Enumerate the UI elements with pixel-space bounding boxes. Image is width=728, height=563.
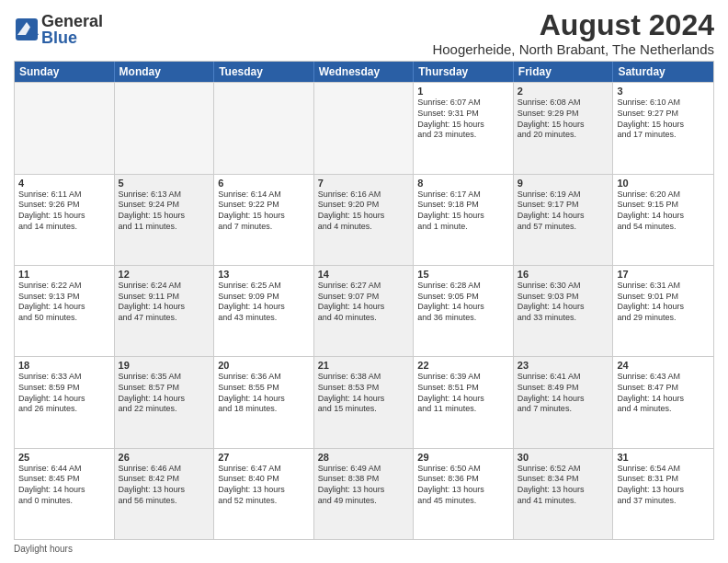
footer-note: Daylight hours	[14, 544, 714, 554]
weekday-header-saturday: Saturday	[613, 62, 713, 82]
day-info: Sunrise: 6:36 AM Sunset: 8:55 PM Dayligh…	[218, 372, 310, 415]
day-number: 27	[218, 452, 310, 463]
calendar-cell: 24Sunrise: 6:43 AM Sunset: 8:47 PM Dayli…	[613, 357, 713, 447]
day-number: 28	[318, 452, 410, 463]
day-number: 12	[119, 269, 210, 280]
logo-icon	[14, 17, 40, 42]
calendar-cell: 10Sunrise: 6:20 AM Sunset: 9:15 PM Dayli…	[613, 175, 713, 265]
day-number: 9	[518, 178, 609, 189]
calendar-cell: 11Sunrise: 6:22 AM Sunset: 9:13 PM Dayli…	[15, 266, 115, 356]
day-number: 7	[318, 178, 410, 189]
calendar-cell: 30Sunrise: 6:52 AM Sunset: 8:34 PM Dayli…	[514, 449, 614, 539]
calendar-cell: 13Sunrise: 6:25 AM Sunset: 9:09 PM Dayli…	[214, 266, 314, 356]
day-number: 22	[417, 360, 509, 371]
day-info: Sunrise: 6:24 AM Sunset: 9:11 PM Dayligh…	[119, 281, 210, 324]
calendar-cell: 4Sunrise: 6:11 AM Sunset: 9:26 PM Daylig…	[15, 175, 115, 265]
day-info: Sunrise: 6:17 AM Sunset: 9:18 PM Dayligh…	[417, 190, 509, 233]
day-number: 21	[318, 360, 410, 371]
day-info: Sunrise: 6:47 AM Sunset: 8:40 PM Dayligh…	[218, 464, 310, 507]
day-number: 31	[617, 452, 710, 463]
calendar-cell	[15, 83, 115, 173]
day-number: 30	[518, 452, 609, 463]
day-number: 5	[119, 178, 210, 189]
day-number: 24	[617, 360, 710, 371]
calendar-cell: 26Sunrise: 6:46 AM Sunset: 8:42 PM Dayli…	[115, 449, 215, 539]
day-number: 8	[417, 178, 509, 189]
calendar-cell: 23Sunrise: 6:41 AM Sunset: 8:49 PM Dayli…	[514, 357, 614, 447]
weekday-header-monday: Monday	[115, 62, 215, 82]
calendar-cell: 27Sunrise: 6:47 AM Sunset: 8:40 PM Dayli…	[214, 449, 314, 539]
calendar-cell: 14Sunrise: 6:27 AM Sunset: 9:07 PM Dayli…	[314, 266, 415, 356]
day-info: Sunrise: 6:25 AM Sunset: 9:09 PM Dayligh…	[218, 281, 310, 324]
calendar-cell: 25Sunrise: 6:44 AM Sunset: 8:45 PM Dayli…	[15, 449, 115, 539]
day-info: Sunrise: 6:16 AM Sunset: 9:20 PM Dayligh…	[318, 190, 410, 233]
day-info: Sunrise: 6:28 AM Sunset: 9:05 PM Dayligh…	[417, 281, 509, 324]
calendar-cell: 5Sunrise: 6:13 AM Sunset: 9:24 PM Daylig…	[115, 175, 215, 265]
day-info: Sunrise: 6:50 AM Sunset: 8:36 PM Dayligh…	[417, 464, 509, 507]
calendar-cell	[214, 83, 314, 173]
day-number: 6	[218, 178, 310, 189]
main-title: August 2024	[432, 9, 714, 41]
day-info: Sunrise: 6:22 AM Sunset: 9:13 PM Dayligh…	[18, 281, 110, 324]
weekday-header-tuesday: Tuesday	[214, 62, 314, 82]
calendar-cell: 18Sunrise: 6:33 AM Sunset: 8:59 PM Dayli…	[15, 357, 115, 447]
calendar-cell	[115, 83, 215, 173]
weekday-header-thursday: Thursday	[414, 62, 514, 82]
calendar-cell: 3Sunrise: 6:10 AM Sunset: 9:27 PM Daylig…	[613, 83, 713, 173]
logo-blue-text: Blue	[41, 29, 103, 46]
calendar-cell: 12Sunrise: 6:24 AM Sunset: 9:11 PM Dayli…	[115, 266, 215, 356]
day-number: 23	[518, 360, 609, 371]
subtitle: Hoogerheide, North Brabant, The Netherla…	[432, 41, 714, 57]
calendar-cell: 15Sunrise: 6:28 AM Sunset: 9:05 PM Dayli…	[414, 266, 514, 356]
day-info: Sunrise: 6:08 AM Sunset: 9:29 PM Dayligh…	[518, 98, 609, 141]
day-number: 14	[318, 269, 410, 280]
calendar-cell: 19Sunrise: 6:35 AM Sunset: 8:57 PM Dayli…	[115, 357, 215, 447]
day-info: Sunrise: 6:33 AM Sunset: 8:59 PM Dayligh…	[18, 372, 110, 415]
calendar-week-2: 4Sunrise: 6:11 AM Sunset: 9:26 PM Daylig…	[15, 174, 713, 265]
calendar-cell: 1Sunrise: 6:07 AM Sunset: 9:31 PM Daylig…	[414, 83, 514, 173]
day-info: Sunrise: 6:31 AM Sunset: 9:01 PM Dayligh…	[617, 281, 710, 324]
day-number: 26	[119, 452, 210, 463]
day-info: Sunrise: 6:49 AM Sunset: 8:38 PM Dayligh…	[318, 464, 410, 507]
day-number: 2	[518, 86, 609, 97]
day-info: Sunrise: 6:35 AM Sunset: 8:57 PM Dayligh…	[119, 372, 210, 415]
day-info: Sunrise: 6:39 AM Sunset: 8:51 PM Dayligh…	[417, 372, 509, 415]
calendar-header: SundayMondayTuesdayWednesdayThursdayFrid…	[15, 62, 713, 82]
calendar-cell: 17Sunrise: 6:31 AM Sunset: 9:01 PM Dayli…	[613, 266, 713, 356]
title-section: August 2024 Hoogerheide, North Brabant, …	[432, 9, 714, 57]
day-number: 20	[218, 360, 310, 371]
day-number: 10	[617, 178, 710, 189]
day-info: Sunrise: 6:10 AM Sunset: 9:27 PM Dayligh…	[617, 98, 710, 141]
calendar: SundayMondayTuesdayWednesdayThursdayFrid…	[14, 61, 714, 540]
day-info: Sunrise: 6:30 AM Sunset: 9:03 PM Dayligh…	[518, 281, 609, 324]
weekday-header-sunday: Sunday	[15, 62, 115, 82]
calendar-week-1: 1Sunrise: 6:07 AM Sunset: 9:31 PM Daylig…	[15, 82, 713, 173]
calendar-cell: 8Sunrise: 6:17 AM Sunset: 9:18 PM Daylig…	[414, 175, 514, 265]
calendar-cell: 28Sunrise: 6:49 AM Sunset: 8:38 PM Dayli…	[314, 449, 415, 539]
day-info: Sunrise: 6:27 AM Sunset: 9:07 PM Dayligh…	[318, 281, 410, 324]
day-info: Sunrise: 6:38 AM Sunset: 8:53 PM Dayligh…	[318, 372, 410, 415]
day-number: 16	[518, 269, 609, 280]
calendar-cell: 20Sunrise: 6:36 AM Sunset: 8:55 PM Dayli…	[214, 357, 314, 447]
day-number: 19	[119, 360, 210, 371]
day-number: 11	[18, 269, 110, 280]
day-number: 3	[617, 86, 710, 97]
calendar-cell: 9Sunrise: 6:19 AM Sunset: 9:17 PM Daylig…	[514, 175, 614, 265]
day-info: Sunrise: 6:41 AM Sunset: 8:49 PM Dayligh…	[518, 372, 609, 415]
day-info: Sunrise: 6:13 AM Sunset: 9:24 PM Dayligh…	[119, 190, 210, 233]
day-info: Sunrise: 6:14 AM Sunset: 9:22 PM Dayligh…	[218, 190, 310, 233]
day-number: 18	[18, 360, 110, 371]
calendar-cell: 16Sunrise: 6:30 AM Sunset: 9:03 PM Dayli…	[514, 266, 614, 356]
day-number: 29	[417, 452, 509, 463]
day-info: Sunrise: 6:54 AM Sunset: 8:31 PM Dayligh…	[617, 464, 710, 507]
day-info: Sunrise: 6:52 AM Sunset: 8:34 PM Dayligh…	[518, 464, 609, 507]
calendar-cell: 6Sunrise: 6:14 AM Sunset: 9:22 PM Daylig…	[214, 175, 314, 265]
day-number: 25	[18, 452, 110, 463]
calendar-cell: 2Sunrise: 6:08 AM Sunset: 9:29 PM Daylig…	[514, 83, 614, 173]
day-number: 17	[617, 269, 710, 280]
weekday-header-wednesday: Wednesday	[314, 62, 415, 82]
calendar-body: 1Sunrise: 6:07 AM Sunset: 9:31 PM Daylig…	[15, 82, 713, 539]
calendar-cell: 29Sunrise: 6:50 AM Sunset: 8:36 PM Dayli…	[414, 449, 514, 539]
calendar-cell: 22Sunrise: 6:39 AM Sunset: 8:51 PM Dayli…	[414, 357, 514, 447]
day-info: Sunrise: 6:43 AM Sunset: 8:47 PM Dayligh…	[617, 372, 710, 415]
